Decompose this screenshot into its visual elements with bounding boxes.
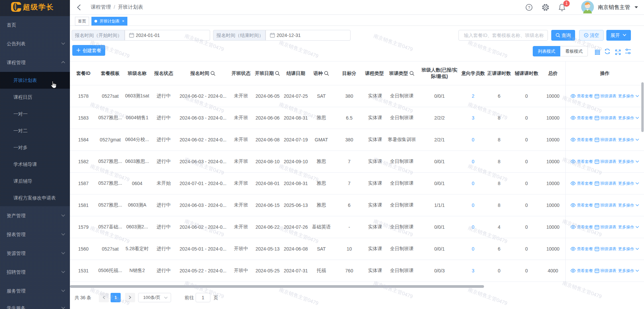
svg-text:?: ? [528, 5, 530, 10]
svg-text:超级学长: 超级学长 [23, 3, 54, 11]
